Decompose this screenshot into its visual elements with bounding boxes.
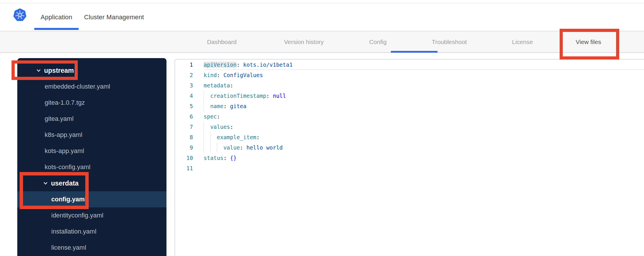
line-number: 11 (175, 163, 193, 173)
code-line-8[interactable]: 8example_item: (175, 132, 644, 142)
code-token: value (223, 144, 240, 151)
line-number: 3 (175, 80, 193, 91)
tree-item-upstream[interactable]: upstream (17, 62, 166, 79)
subnav-tab-view-files[interactable]: View files (576, 31, 601, 52)
code-line-content: status: {} (204, 153, 644, 163)
code-line-2[interactable]: 2kind: ConfigValues (175, 70, 644, 80)
line-number: 10 (175, 153, 193, 163)
tree-item-label: k8s-app.yaml (45, 131, 82, 139)
code-token: : (230, 124, 233, 130)
indent-guide (210, 142, 217, 153)
tree-item-label: upstream (44, 67, 74, 74)
code-line-10[interactable]: 10status: {} (175, 153, 644, 163)
code-token: {} (230, 155, 237, 161)
tree-item-label: gitea-1.0.7.tgz (45, 99, 85, 106)
tree-item-kots-app-yaml[interactable]: kots-app.yaml (17, 143, 166, 159)
tree-item-identityconfig-yaml[interactable]: identityconfig.yaml (17, 207, 166, 223)
code-token: null (273, 93, 286, 99)
subnav-tab-dashboard[interactable]: Dashboard (207, 31, 237, 52)
code-token: metadata (204, 82, 230, 89)
header-tab-application[interactable]: Application (41, 3, 72, 31)
tree-item-label: license.yaml (51, 244, 86, 251)
code-token: spec (204, 113, 217, 120)
code-token: : (223, 103, 230, 109)
code-token: : (236, 62, 243, 68)
tree-item-label: gitea.yaml (45, 115, 73, 123)
code-token: : (223, 155, 230, 161)
code-token: : (217, 72, 223, 78)
app-subnav: DashboardVersion historyConfigTroublesho… (0, 31, 644, 53)
tree-item-gitea-yaml[interactable]: gitea.yaml (17, 111, 166, 127)
code-token: : (256, 134, 260, 140)
code-token: : (240, 144, 247, 151)
tree-item-k8s-app-yaml[interactable]: k8s-app.yaml (17, 127, 166, 143)
code-line-content: kind: ConfigValues (204, 70, 644, 80)
code-token: : (217, 113, 220, 120)
yaml-file-viewer[interactable]: 1apiVersion: kots.io/v1beta12kind: Confi… (175, 59, 644, 256)
subnav-tab-version-history[interactable]: Version history (284, 31, 324, 52)
code-line-9[interactable]: 9value: hello world (175, 142, 644, 153)
tree-item-installation-yaml[interactable]: installation.yaml (17, 223, 166, 240)
code-line-3[interactable]: 3metadata: (175, 80, 644, 91)
line-number: 9 (175, 142, 193, 153)
code-line-content: metadata: (204, 80, 644, 91)
file-tree-sidebar: upstreamembedded-cluster.yamlgitea-1.0.7… (17, 58, 166, 256)
chevron-down-icon (43, 180, 48, 186)
line-number: 4 (175, 91, 193, 101)
indent-guide (204, 101, 210, 111)
code-token: hello world (247, 144, 283, 151)
code-token: : (230, 82, 233, 89)
tree-item-gitea-1-0-7-tgz[interactable]: gitea-1.0.7.tgz (17, 95, 166, 111)
tree-item-config-yaml[interactable]: config.yaml (17, 191, 166, 207)
tree-item-userdata[interactable]: userdata (17, 175, 166, 191)
code-token: status (204, 155, 223, 161)
header-tab-cluster-management[interactable]: Cluster Management (84, 3, 144, 31)
indent-guide (204, 122, 210, 132)
code-line-content: values: (204, 122, 644, 132)
tree-item-license-yaml[interactable]: license.yaml (17, 240, 166, 256)
subnav-tab-config[interactable]: Config (369, 31, 387, 52)
code-line-content: spec: (204, 111, 644, 122)
code-line-content: name: gitea (204, 101, 644, 111)
tree-item-label: embedded-cluster.yaml (45, 83, 110, 90)
indent-guide (217, 142, 223, 153)
code-token: ConfigValues (223, 72, 263, 78)
code-line-1[interactable]: 1apiVersion: kots.io/v1beta1 (175, 60, 644, 70)
code-line-content: value: hello world (204, 142, 644, 153)
subnav-tab-license[interactable]: License (512, 31, 533, 52)
code-line-11[interactable]: 11 (175, 163, 644, 173)
application-tab-underline (34, 28, 79, 30)
code-line-content: apiVersion: kots.io/v1beta1 (204, 60, 644, 70)
code-token: example_item (217, 134, 256, 140)
line-number: 8 (175, 132, 193, 142)
code-line-4[interactable]: 4creationTimestamp: null (175, 91, 644, 101)
tree-item-label: userdata (51, 179, 79, 187)
code-token: : (266, 93, 273, 99)
code-token: creationTimestamp (210, 93, 266, 99)
code-token: name (210, 103, 223, 109)
tree-item-label: kots-config.yaml (45, 163, 90, 171)
code-line-content: creationTimestamp: null (204, 91, 644, 101)
app-header: ApplicationCluster Management (0, 3, 644, 31)
tree-item-label: kots-app.yaml (45, 147, 84, 155)
indent-guide (210, 132, 217, 142)
line-number: 7 (175, 122, 193, 132)
line-number: 5 (175, 101, 193, 111)
kubernetes-logo-icon (13, 7, 26, 22)
code-line-5[interactable]: 5name: gitea (175, 101, 644, 111)
tree-item-label: identityconfig.yaml (51, 212, 103, 219)
subnav-tab-troubleshoot[interactable]: Troubleshoot (432, 31, 467, 52)
tree-item-kots-config-yaml[interactable]: kots-config.yaml (17, 159, 166, 175)
code-line-6[interactable]: 6spec: (175, 111, 644, 122)
tree-item-label: installation.yaml (51, 228, 96, 235)
line-number: 6 (175, 111, 193, 122)
code-line-7[interactable]: 7values: (175, 122, 644, 132)
indent-guide (204, 91, 210, 101)
code-token: values (210, 124, 230, 130)
tree-item-label: config.yaml (51, 196, 86, 203)
code-token: gitea (230, 103, 247, 109)
kots-admin-console: ApplicationCluster Management DashboardV… (0, 0, 644, 256)
view-files-tab-underline (391, 51, 437, 53)
tree-item-embedded-cluster-yaml[interactable]: embedded-cluster.yaml (17, 79, 166, 95)
chevron-down-icon (36, 68, 41, 73)
